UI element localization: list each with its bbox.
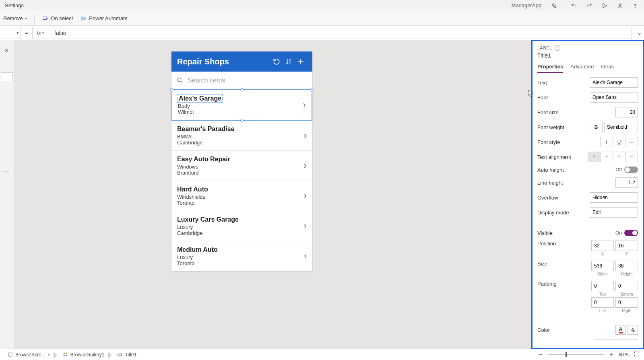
expand-formula-icon[interactable]: ⌄ (634, 29, 644, 37)
help-icon[interactable] (630, 1, 641, 10)
phone-header: Repair Shops (171, 51, 312, 72)
prop-padding-label: Padding (537, 281, 591, 287)
fit-screen-icon[interactable] (634, 351, 640, 359)
chevron-right-icon[interactable]: › (304, 191, 307, 201)
width-input[interactable] (591, 261, 614, 271)
prop-text-label: Text (537, 80, 590, 86)
item-subtitle1: Body (178, 103, 303, 109)
svg-point-5 (178, 78, 181, 82)
property-selector[interactable]: ▾ (1, 27, 21, 39)
on-select-label: On select (51, 15, 73, 21)
strikethrough-icon[interactable]: — (625, 137, 638, 147)
align-left-icon[interactable]: ≡ (588, 152, 601, 162)
chevron-right-icon[interactable]: › (304, 160, 307, 171)
prop-lineheight-input[interactable] (615, 177, 638, 188)
list-item[interactable]: Medium Auto Luxury Toronto › (171, 241, 312, 271)
visible-toggle[interactable] (624, 230, 638, 236)
prop-overflow-select[interactable] (590, 192, 638, 203)
pad-top-input[interactable] (591, 281, 614, 291)
item-subtitle1: Luxury (177, 224, 304, 230)
properties-panel: LABEL? Title1 Properties Advanced Ideas … (531, 40, 644, 349)
border-width-input[interactable] (611, 339, 626, 340)
list-item[interactable]: Alex's Garage Body Wilmot › (171, 89, 312, 121)
border-color-swatch[interactable] (627, 339, 638, 340)
list-item[interactable]: Easy Auto Repair Windows Brantford › (171, 151, 312, 181)
remove-button[interactable]: Remove ▾ (3, 15, 27, 21)
align-center-icon[interactable]: ≡ (600, 152, 613, 162)
on-select-button[interactable]: On select (42, 15, 73, 22)
prop-text-input[interactable] (590, 77, 638, 88)
fx-button[interactable]: fx▾ (32, 27, 48, 39)
version-history-icon[interactable] (549, 1, 560, 10)
autoheight-toggle[interactable] (624, 167, 638, 173)
more-icon[interactable]: ⋯ (3, 168, 10, 175)
ribbon-bar: Remove ▾ On select Power Automate (0, 11, 644, 26)
chevron-right-icon[interactable]: › (304, 130, 307, 141)
share-icon[interactable] (614, 1, 625, 10)
pad-bottom-input[interactable] (615, 281, 638, 291)
search-placeholder: Search items (188, 77, 225, 84)
formula-input[interactable]: false (50, 27, 632, 39)
pad-left-input[interactable] (591, 297, 614, 308)
crumb-screen[interactable]: BrowseScre... ▾ (4, 350, 54, 359)
tab-ideas[interactable]: Ideas (601, 64, 614, 73)
pos-x-input[interactable] (591, 241, 614, 251)
prop-textalign-label: Text alignment (537, 154, 588, 160)
item-subtitle2: Toronto (177, 260, 304, 266)
list-item[interactable]: Beamer's Paradise BMWs Cambridge › (171, 121, 312, 151)
pad-right-input[interactable] (615, 297, 638, 308)
pos-y-input[interactable] (615, 241, 638, 251)
refresh-icon[interactable] (270, 56, 283, 68)
tab-advanced[interactable]: Advanced (570, 64, 594, 73)
chevron-right-icon[interactable]: › (304, 221, 307, 231)
add-icon[interactable] (295, 56, 307, 68)
item-subtitle2: Toronto (177, 200, 304, 206)
crumb-gallery[interactable]: BrowseGallery1 (59, 350, 108, 359)
height-input[interactable] (615, 261, 638, 271)
align-right-icon[interactable]: ≡ (613, 152, 625, 162)
font-color-icon[interactable]: A (615, 325, 626, 335)
zoom-in-icon[interactable]: + (608, 351, 615, 358)
tree-item-placeholder[interactable] (1, 72, 13, 81)
underline-icon[interactable]: U (613, 137, 625, 147)
sort-icon[interactable] (283, 56, 295, 68)
prop-fontsize-input[interactable] (615, 107, 638, 117)
title-bar: Settings ManagerApp (0, 0, 644, 11)
item-title: Luxury Cars Garage (177, 216, 304, 223)
svg-rect-4 (43, 17, 47, 20)
bold-icon[interactable]: B (590, 122, 603, 132)
italic-icon[interactable]: I (600, 137, 613, 147)
tab-properties[interactable]: Properties (537, 64, 563, 73)
prop-lineheight-label: Line height (537, 180, 615, 186)
svg-rect-6 (8, 353, 12, 356)
undo-icon[interactable] (568, 1, 580, 10)
fill-color-icon[interactable] (627, 325, 638, 335)
play-icon[interactable] (599, 1, 610, 10)
search-box[interactable]: Search items (171, 72, 312, 89)
chevron-right-icon[interactable]: › (303, 100, 306, 110)
list-item[interactable]: Luxury Cars Garage Luxury Cambridge › (171, 211, 312, 241)
list-item[interactable]: Hard Auto Windshields Toronto › (171, 181, 312, 211)
visible-value: On (615, 230, 622, 236)
prop-fontweight-select[interactable] (604, 122, 638, 132)
item-title: Easy Auto Repair (177, 156, 304, 163)
item-title[interactable]: Alex's Garage (178, 95, 222, 102)
crumb-title[interactable]: Title1 (114, 350, 140, 359)
prop-font-select[interactable] (590, 92, 638, 103)
formula-bar: ▾ = fx▾ false ⌄ (0, 26, 644, 40)
svg-rect-7 (63, 353, 65, 354)
prop-displaymode-select[interactable] (590, 207, 638, 218)
help-small-icon[interactable]: ? (555, 45, 560, 51)
align-justify-icon[interactable]: ≡ (625, 152, 638, 162)
power-automate-button[interactable]: Power Automate (80, 15, 127, 22)
svg-rect-8 (66, 353, 67, 354)
zoom-out-icon[interactable]: − (537, 351, 544, 358)
zoom-slider[interactable] (548, 354, 604, 355)
prop-position-label: Position (537, 241, 591, 247)
close-panel-icon[interactable]: ✕ (4, 47, 9, 54)
prop-color-label: Color (537, 327, 615, 333)
redo-icon[interactable] (584, 1, 595, 10)
canvas[interactable]: Repair Shops Search items Alex's Garage … (14, 40, 531, 349)
border-style-select[interactable]: ▾ (594, 339, 610, 340)
chevron-right-icon[interactable]: › (304, 251, 307, 261)
